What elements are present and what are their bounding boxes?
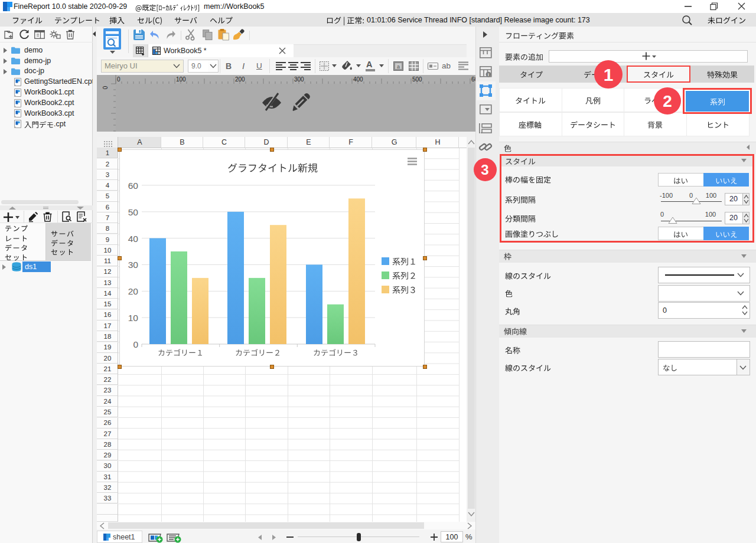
svg-text:200: 200 (235, 76, 245, 83)
svg-text:0: 0 (117, 76, 120, 83)
svg-text:a: a (397, 64, 400, 70)
svg-text:400: 400 (353, 76, 363, 83)
svg-text:i: i (488, 72, 489, 77)
svg-text:500: 500 (412, 76, 422, 83)
svg-text:100: 100 (176, 76, 186, 83)
svg-text:300: 300 (294, 76, 304, 83)
